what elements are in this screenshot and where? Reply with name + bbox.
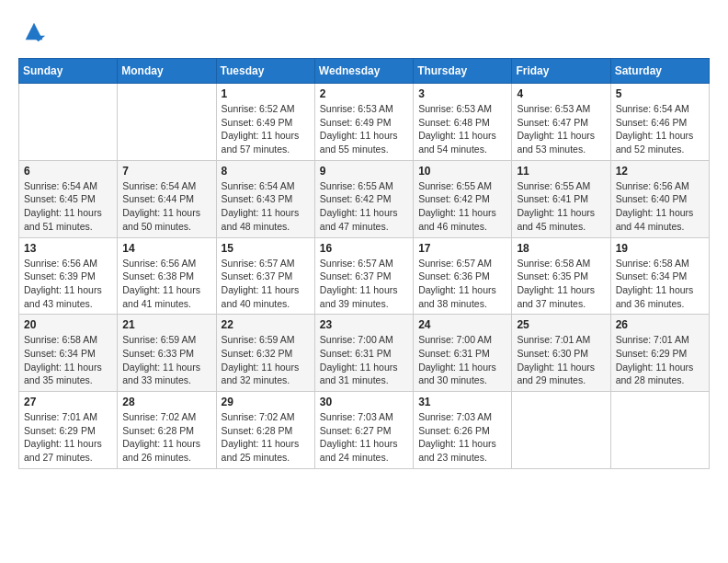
calendar-week-4: 20Sunrise: 6:58 AMSunset: 6:34 PMDayligh… [19, 315, 710, 392]
weekday-header-friday: Friday [512, 59, 610, 84]
logo [18, 18, 47, 44]
day-number: 13 [24, 242, 112, 255]
weekday-header-thursday: Thursday [414, 59, 512, 84]
day-number: 14 [122, 242, 210, 255]
day-number: 2 [320, 87, 408, 100]
day-number: 31 [418, 396, 506, 408]
calendar-cell: 30Sunrise: 7:03 AMSunset: 6:27 PMDayligh… [314, 392, 413, 469]
calendar-cell: 18Sunrise: 6:58 AMSunset: 6:35 PMDayligh… [512, 237, 610, 315]
calendar-cell: 3Sunrise: 6:53 AMSunset: 6:48 PMDaylight… [414, 84, 512, 161]
day-number: 27 [24, 396, 112, 408]
logo-icon [21, 18, 47, 44]
calendar-cell: 15Sunrise: 6:57 AMSunset: 6:37 PMDayligh… [216, 237, 314, 315]
day-info: Sunrise: 6:53 AMSunset: 6:49 PMDaylight:… [320, 102, 408, 156]
day-number: 21 [122, 318, 210, 331]
calendar-cell [19, 84, 118, 161]
calendar-cell: 21Sunrise: 6:59 AMSunset: 6:33 PMDayligh… [118, 315, 216, 392]
day-info: Sunrise: 7:01 AMSunset: 6:29 PMDaylight:… [616, 333, 704, 387]
calendar-cell: 26Sunrise: 7:01 AMSunset: 6:29 PMDayligh… [610, 315, 709, 392]
calendar-cell: 9Sunrise: 6:55 AMSunset: 6:42 PMDaylight… [314, 160, 413, 237]
calendar-cell: 29Sunrise: 7:02 AMSunset: 6:28 PMDayligh… [216, 392, 314, 469]
weekday-header-wednesday: Wednesday [314, 59, 413, 84]
calendar-cell: 23Sunrise: 7:00 AMSunset: 6:31 PMDayligh… [314, 315, 413, 392]
day-info: Sunrise: 7:00 AMSunset: 6:31 PMDaylight:… [418, 333, 506, 387]
day-number: 6 [24, 165, 112, 178]
calendar-cell: 24Sunrise: 7:00 AMSunset: 6:31 PMDayligh… [414, 315, 512, 392]
calendar-cell: 14Sunrise: 6:56 AMSunset: 6:38 PMDayligh… [118, 237, 216, 315]
day-info: Sunrise: 7:03 AMSunset: 6:27 PMDaylight:… [320, 410, 408, 465]
day-number: 26 [616, 318, 704, 331]
day-info: Sunrise: 6:58 AMSunset: 6:34 PMDaylight:… [24, 333, 112, 387]
calendar-cell: 27Sunrise: 7:01 AMSunset: 6:29 PMDayligh… [19, 392, 118, 469]
page-container: SundayMondayTuesdayWednesdayThursdayFrid… [0, 0, 728, 478]
calendar-cell: 5Sunrise: 6:54 AMSunset: 6:46 PMDaylight… [610, 84, 709, 161]
calendar-cell: 12Sunrise: 6:56 AMSunset: 6:40 PMDayligh… [610, 160, 709, 237]
calendar-cell: 20Sunrise: 6:58 AMSunset: 6:34 PMDayligh… [19, 315, 118, 392]
calendar-week-2: 6Sunrise: 6:54 AMSunset: 6:45 PMDaylight… [19, 160, 710, 237]
day-number: 15 [222, 242, 310, 255]
day-info: Sunrise: 6:54 AMSunset: 6:43 PMDaylight:… [222, 179, 310, 234]
day-info: Sunrise: 7:02 AMSunset: 6:28 PMDaylight:… [222, 410, 310, 465]
day-number: 20 [24, 318, 112, 331]
day-info: Sunrise: 6:56 AMSunset: 6:40 PMDaylight:… [616, 179, 704, 234]
day-number: 24 [418, 318, 506, 331]
calendar-cell: 2Sunrise: 6:53 AMSunset: 6:49 PMDaylight… [314, 84, 413, 161]
day-info: Sunrise: 6:54 AMSunset: 6:44 PMDaylight:… [122, 179, 210, 234]
day-info: Sunrise: 6:56 AMSunset: 6:38 PMDaylight:… [122, 257, 210, 311]
calendar-cell [610, 392, 709, 469]
day-info: Sunrise: 6:55 AMSunset: 6:41 PMDaylight:… [517, 179, 605, 234]
day-number: 19 [616, 242, 704, 255]
day-info: Sunrise: 7:01 AMSunset: 6:29 PMDaylight:… [24, 410, 112, 465]
calendar-cell: 16Sunrise: 6:57 AMSunset: 6:37 PMDayligh… [314, 237, 413, 315]
logo-text-block [18, 18, 47, 44]
calendar-week-3: 13Sunrise: 6:56 AMSunset: 6:39 PMDayligh… [19, 237, 710, 315]
day-number: 11 [517, 165, 605, 178]
day-info: Sunrise: 6:53 AMSunset: 6:48 PMDaylight:… [418, 102, 506, 156]
day-number: 28 [122, 396, 210, 408]
weekday-header-tuesday: Tuesday [216, 59, 314, 84]
day-number: 5 [616, 87, 704, 100]
day-info: Sunrise: 6:52 AMSunset: 6:49 PMDaylight:… [222, 102, 310, 156]
day-info: Sunrise: 6:53 AMSunset: 6:47 PMDaylight:… [517, 102, 605, 156]
day-info: Sunrise: 6:54 AMSunset: 6:46 PMDaylight:… [616, 102, 704, 156]
day-number: 18 [517, 242, 605, 255]
day-info: Sunrise: 6:59 AMSunset: 6:32 PMDaylight:… [222, 333, 310, 387]
day-number: 17 [418, 242, 506, 255]
day-info: Sunrise: 7:01 AMSunset: 6:30 PMDaylight:… [517, 333, 605, 387]
calendar-cell: 8Sunrise: 6:54 AMSunset: 6:43 PMDaylight… [216, 160, 314, 237]
day-number: 3 [418, 87, 506, 100]
calendar-cell: 11Sunrise: 6:55 AMSunset: 6:41 PMDayligh… [512, 160, 610, 237]
calendar-cell: 28Sunrise: 7:02 AMSunset: 6:28 PMDayligh… [118, 392, 216, 469]
calendar-cell: 22Sunrise: 6:59 AMSunset: 6:32 PMDayligh… [216, 315, 314, 392]
calendar-cell [118, 84, 216, 161]
calendar-cell [512, 392, 610, 469]
calendar-cell: 10Sunrise: 6:55 AMSunset: 6:42 PMDayligh… [414, 160, 512, 237]
calendar-table: SundayMondayTuesdayWednesdayThursdayFrid… [18, 58, 710, 469]
day-number: 23 [320, 318, 408, 331]
page-header [18, 18, 710, 44]
day-info: Sunrise: 6:55 AMSunset: 6:42 PMDaylight:… [320, 179, 408, 234]
calendar-cell: 6Sunrise: 6:54 AMSunset: 6:45 PMDaylight… [19, 160, 118, 237]
day-number: 29 [222, 396, 310, 408]
calendar-week-5: 27Sunrise: 7:01 AMSunset: 6:29 PMDayligh… [19, 392, 710, 469]
day-info: Sunrise: 6:55 AMSunset: 6:42 PMDaylight:… [418, 179, 506, 234]
day-number: 12 [616, 165, 704, 178]
calendar-cell: 13Sunrise: 6:56 AMSunset: 6:39 PMDayligh… [19, 237, 118, 315]
day-info: Sunrise: 6:58 AMSunset: 6:35 PMDaylight:… [517, 257, 605, 311]
day-info: Sunrise: 7:03 AMSunset: 6:26 PMDaylight:… [418, 410, 506, 465]
calendar-week-1: 1Sunrise: 6:52 AMSunset: 6:49 PMDaylight… [19, 84, 710, 161]
calendar-cell: 1Sunrise: 6:52 AMSunset: 6:49 PMDaylight… [216, 84, 314, 161]
calendar-cell: 25Sunrise: 7:01 AMSunset: 6:30 PMDayligh… [512, 315, 610, 392]
day-number: 4 [517, 87, 605, 100]
calendar-cell: 4Sunrise: 6:53 AMSunset: 6:47 PMDaylight… [512, 84, 610, 161]
calendar-cell: 7Sunrise: 6:54 AMSunset: 6:44 PMDaylight… [118, 160, 216, 237]
day-info: Sunrise: 6:58 AMSunset: 6:34 PMDaylight:… [616, 257, 704, 311]
weekday-header-saturday: Saturday [610, 59, 709, 84]
day-info: Sunrise: 6:59 AMSunset: 6:33 PMDaylight:… [122, 333, 210, 387]
day-number: 7 [122, 165, 210, 178]
day-info: Sunrise: 6:56 AMSunset: 6:39 PMDaylight:… [24, 257, 112, 311]
day-number: 1 [222, 87, 310, 100]
day-info: Sunrise: 6:57 AMSunset: 6:36 PMDaylight:… [418, 257, 506, 311]
calendar-cell: 17Sunrise: 6:57 AMSunset: 6:36 PMDayligh… [414, 237, 512, 315]
day-number: 22 [222, 318, 310, 331]
